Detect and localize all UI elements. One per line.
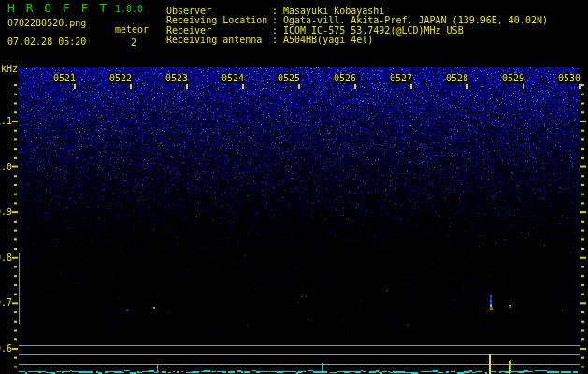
time-label-0526: 0526 [334,74,356,83]
station-info: Observer:Masayuki KobayashiReceiving Loc… [166,7,548,45]
freq-label-0.7: 0.7 [0,298,12,308]
time-label-0523: 0523 [165,74,188,83]
freq-label-0.8: 0.8 [0,253,12,263]
time-label-0522: 0522 [109,74,132,83]
time-label-0529: 0529 [502,74,524,83]
info-label: Receiving antenna [166,36,272,45]
time-label-0524: 0524 [222,74,244,83]
datetime-label: 07.02.28 05:20 [7,37,86,47]
app-title: H R O F F T [7,3,108,14]
output-filename: 0702280520.png [7,19,86,28]
freq-label-0.9: 0.9 [0,208,12,217]
time-label-0530: 0530 [558,74,581,83]
echo-count: 2 [131,38,136,48]
spectrogram-canvas [0,0,588,374]
freq-label-0.6: 0.6 [0,344,12,353]
time-label-0527: 0527 [390,74,412,83]
station-info-row: Receiving antenna:A504HB(yagi 4el) [166,36,548,45]
info-colon: : [272,36,283,45]
freq-label-1.1: 1.1 [0,117,12,126]
hrofft-screen: H R O F F T 1.0.0 0702280520.png meteor … [0,0,588,374]
y-axis-unit-label: kHz [1,65,18,74]
info-value: A504HB(yagi 4el) [283,36,373,45]
time-label-0521: 0521 [53,74,76,83]
app-version: 1.0.0 [115,5,143,14]
time-label-0525: 0525 [278,74,300,83]
mode-label: meteor [115,25,149,35]
freq-label-1.0: 1.0 [0,163,12,172]
time-label-0528: 0528 [446,74,468,83]
